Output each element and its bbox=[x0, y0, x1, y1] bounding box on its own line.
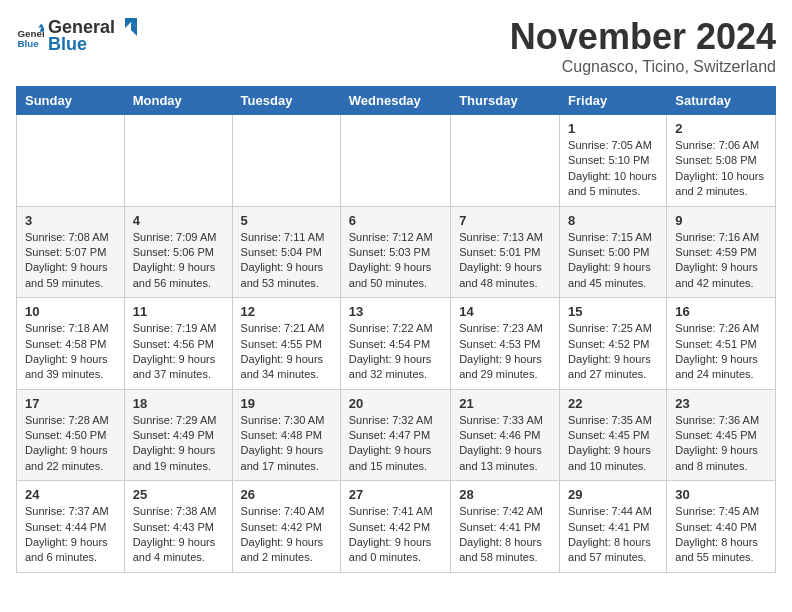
calendar-cell: 11Sunrise: 7:19 AM Sunset: 4:56 PM Dayli… bbox=[124, 298, 232, 390]
day-info: Sunrise: 7:09 AM Sunset: 5:06 PM Dayligh… bbox=[133, 230, 224, 292]
logo: General Blue General Blue bbox=[16, 16, 139, 55]
calendar-cell bbox=[232, 115, 340, 207]
calendar-cell: 12Sunrise: 7:21 AM Sunset: 4:55 PM Dayli… bbox=[232, 298, 340, 390]
calendar-cell: 22Sunrise: 7:35 AM Sunset: 4:45 PM Dayli… bbox=[560, 389, 667, 481]
day-number: 22 bbox=[568, 396, 658, 411]
day-number: 17 bbox=[25, 396, 116, 411]
day-info: Sunrise: 7:35 AM Sunset: 4:45 PM Dayligh… bbox=[568, 413, 658, 475]
calendar-cell: 8Sunrise: 7:15 AM Sunset: 5:00 PM Daylig… bbox=[560, 206, 667, 298]
calendar-cell: 7Sunrise: 7:13 AM Sunset: 5:01 PM Daylig… bbox=[451, 206, 560, 298]
day-info: Sunrise: 7:21 AM Sunset: 4:55 PM Dayligh… bbox=[241, 321, 332, 383]
calendar-cell: 4Sunrise: 7:09 AM Sunset: 5:06 PM Daylig… bbox=[124, 206, 232, 298]
calendar-cell: 30Sunrise: 7:45 AM Sunset: 4:40 PM Dayli… bbox=[667, 481, 776, 573]
day-number: 13 bbox=[349, 304, 442, 319]
week-row-3: 10Sunrise: 7:18 AM Sunset: 4:58 PM Dayli… bbox=[17, 298, 776, 390]
day-number: 14 bbox=[459, 304, 551, 319]
calendar-cell: 14Sunrise: 7:23 AM Sunset: 4:53 PM Dayli… bbox=[451, 298, 560, 390]
calendar-cell: 28Sunrise: 7:42 AM Sunset: 4:41 PM Dayli… bbox=[451, 481, 560, 573]
calendar-cell: 21Sunrise: 7:33 AM Sunset: 4:46 PM Dayli… bbox=[451, 389, 560, 481]
day-info: Sunrise: 7:44 AM Sunset: 4:41 PM Dayligh… bbox=[568, 504, 658, 566]
day-number: 16 bbox=[675, 304, 767, 319]
day-number: 24 bbox=[25, 487, 116, 502]
day-number: 27 bbox=[349, 487, 442, 502]
day-number: 28 bbox=[459, 487, 551, 502]
day-number: 1 bbox=[568, 121, 658, 136]
day-number: 29 bbox=[568, 487, 658, 502]
day-number: 15 bbox=[568, 304, 658, 319]
day-number: 9 bbox=[675, 213, 767, 228]
logo-arrow-icon bbox=[117, 16, 139, 38]
day-number: 20 bbox=[349, 396, 442, 411]
day-number: 10 bbox=[25, 304, 116, 319]
calendar-cell: 23Sunrise: 7:36 AM Sunset: 4:45 PM Dayli… bbox=[667, 389, 776, 481]
day-number: 30 bbox=[675, 487, 767, 502]
header-row: SundayMondayTuesdayWednesdayThursdayFrid… bbox=[17, 87, 776, 115]
calendar-cell: 2Sunrise: 7:06 AM Sunset: 5:08 PM Daylig… bbox=[667, 115, 776, 207]
day-info: Sunrise: 7:29 AM Sunset: 4:49 PM Dayligh… bbox=[133, 413, 224, 475]
day-number: 5 bbox=[241, 213, 332, 228]
calendar-cell: 5Sunrise: 7:11 AM Sunset: 5:04 PM Daylig… bbox=[232, 206, 340, 298]
logo-icon: General Blue bbox=[16, 22, 44, 50]
day-number: 3 bbox=[25, 213, 116, 228]
day-info: Sunrise: 7:06 AM Sunset: 5:08 PM Dayligh… bbox=[675, 138, 767, 200]
column-header-sunday: Sunday bbox=[17, 87, 125, 115]
day-info: Sunrise: 7:36 AM Sunset: 4:45 PM Dayligh… bbox=[675, 413, 767, 475]
day-info: Sunrise: 7:16 AM Sunset: 4:59 PM Dayligh… bbox=[675, 230, 767, 292]
calendar-cell: 1Sunrise: 7:05 AM Sunset: 5:10 PM Daylig… bbox=[560, 115, 667, 207]
day-info: Sunrise: 7:05 AM Sunset: 5:10 PM Dayligh… bbox=[568, 138, 658, 200]
calendar-cell: 17Sunrise: 7:28 AM Sunset: 4:50 PM Dayli… bbox=[17, 389, 125, 481]
day-number: 18 bbox=[133, 396, 224, 411]
day-info: Sunrise: 7:28 AM Sunset: 4:50 PM Dayligh… bbox=[25, 413, 116, 475]
calendar-cell: 10Sunrise: 7:18 AM Sunset: 4:58 PM Dayli… bbox=[17, 298, 125, 390]
title-area: November 2024 Cugnasco, Ticino, Switzerl… bbox=[510, 16, 776, 76]
calendar-cell: 27Sunrise: 7:41 AM Sunset: 4:42 PM Dayli… bbox=[340, 481, 450, 573]
day-info: Sunrise: 7:13 AM Sunset: 5:01 PM Dayligh… bbox=[459, 230, 551, 292]
calendar-cell: 13Sunrise: 7:22 AM Sunset: 4:54 PM Dayli… bbox=[340, 298, 450, 390]
svg-text:Blue: Blue bbox=[17, 38, 39, 49]
day-info: Sunrise: 7:38 AM Sunset: 4:43 PM Dayligh… bbox=[133, 504, 224, 566]
calendar-cell: 18Sunrise: 7:29 AM Sunset: 4:49 PM Dayli… bbox=[124, 389, 232, 481]
day-info: Sunrise: 7:37 AM Sunset: 4:44 PM Dayligh… bbox=[25, 504, 116, 566]
day-number: 25 bbox=[133, 487, 224, 502]
day-number: 8 bbox=[568, 213, 658, 228]
calendar-cell: 6Sunrise: 7:12 AM Sunset: 5:03 PM Daylig… bbox=[340, 206, 450, 298]
column-header-saturday: Saturday bbox=[667, 87, 776, 115]
calendar-cell: 25Sunrise: 7:38 AM Sunset: 4:43 PM Dayli… bbox=[124, 481, 232, 573]
day-info: Sunrise: 7:12 AM Sunset: 5:03 PM Dayligh… bbox=[349, 230, 442, 292]
calendar-cell: 15Sunrise: 7:25 AM Sunset: 4:52 PM Dayli… bbox=[560, 298, 667, 390]
column-header-tuesday: Tuesday bbox=[232, 87, 340, 115]
day-info: Sunrise: 7:41 AM Sunset: 4:42 PM Dayligh… bbox=[349, 504, 442, 566]
column-header-monday: Monday bbox=[124, 87, 232, 115]
calendar-cell bbox=[340, 115, 450, 207]
day-info: Sunrise: 7:33 AM Sunset: 4:46 PM Dayligh… bbox=[459, 413, 551, 475]
day-number: 2 bbox=[675, 121, 767, 136]
day-info: Sunrise: 7:11 AM Sunset: 5:04 PM Dayligh… bbox=[241, 230, 332, 292]
calendar-table: SundayMondayTuesdayWednesdayThursdayFrid… bbox=[16, 86, 776, 573]
day-number: 19 bbox=[241, 396, 332, 411]
day-info: Sunrise: 7:08 AM Sunset: 5:07 PM Dayligh… bbox=[25, 230, 116, 292]
day-info: Sunrise: 7:22 AM Sunset: 4:54 PM Dayligh… bbox=[349, 321, 442, 383]
day-info: Sunrise: 7:19 AM Sunset: 4:56 PM Dayligh… bbox=[133, 321, 224, 383]
calendar-cell bbox=[124, 115, 232, 207]
day-number: 11 bbox=[133, 304, 224, 319]
day-info: Sunrise: 7:18 AM Sunset: 4:58 PM Dayligh… bbox=[25, 321, 116, 383]
week-row-1: 1Sunrise: 7:05 AM Sunset: 5:10 PM Daylig… bbox=[17, 115, 776, 207]
day-info: Sunrise: 7:45 AM Sunset: 4:40 PM Dayligh… bbox=[675, 504, 767, 566]
day-number: 7 bbox=[459, 213, 551, 228]
svg-marker-2 bbox=[38, 23, 44, 27]
calendar-cell: 24Sunrise: 7:37 AM Sunset: 4:44 PM Dayli… bbox=[17, 481, 125, 573]
location-title: Cugnasco, Ticino, Switzerland bbox=[510, 58, 776, 76]
week-row-5: 24Sunrise: 7:37 AM Sunset: 4:44 PM Dayli… bbox=[17, 481, 776, 573]
column-header-thursday: Thursday bbox=[451, 87, 560, 115]
calendar-cell: 29Sunrise: 7:44 AM Sunset: 4:41 PM Dayli… bbox=[560, 481, 667, 573]
calendar-cell: 9Sunrise: 7:16 AM Sunset: 4:59 PM Daylig… bbox=[667, 206, 776, 298]
day-number: 26 bbox=[241, 487, 332, 502]
day-number: 6 bbox=[349, 213, 442, 228]
column-header-wednesday: Wednesday bbox=[340, 87, 450, 115]
day-info: Sunrise: 7:32 AM Sunset: 4:47 PM Dayligh… bbox=[349, 413, 442, 475]
week-row-2: 3Sunrise: 7:08 AM Sunset: 5:07 PM Daylig… bbox=[17, 206, 776, 298]
calendar-cell: 16Sunrise: 7:26 AM Sunset: 4:51 PM Dayli… bbox=[667, 298, 776, 390]
day-info: Sunrise: 7:15 AM Sunset: 5:00 PM Dayligh… bbox=[568, 230, 658, 292]
day-info: Sunrise: 7:42 AM Sunset: 4:41 PM Dayligh… bbox=[459, 504, 551, 566]
page-header: General Blue General Blue November 2024 … bbox=[16, 16, 776, 76]
